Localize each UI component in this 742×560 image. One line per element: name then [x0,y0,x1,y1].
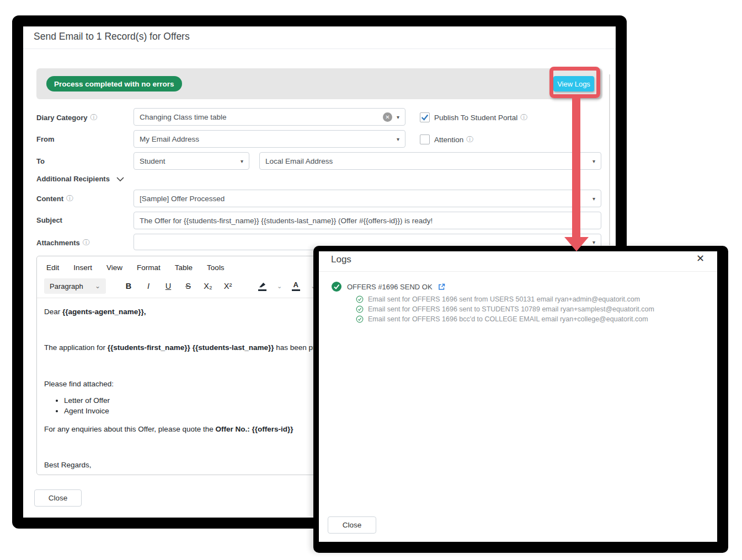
info-icon: ⓘ [520,113,527,122]
content-value: [Sample] Offer Processed [140,195,588,203]
caret-down-icon: ▾ [397,114,399,120]
logs-close-button[interactable]: Close [328,516,376,534]
logs-dialog [313,246,728,553]
close-icon[interactable]: ✕ [696,252,704,265]
caret-down-icon: ▾ [592,239,595,245]
log-detail-text: Email sent for OFFERS 1696 sent to STUDE… [368,305,654,313]
log-detail-row: Email sent for OFFERS 1696 sent from USE… [356,294,654,304]
caret-down-icon: ▾ [592,158,595,164]
clear-selection-icon[interactable]: ✕ [383,112,392,122]
from-value: My Email Address [140,135,392,143]
bold-button[interactable]: B [122,282,135,290]
attention-label: Attention ⓘ [434,135,473,144]
log-entry-title: OFFERS #1696 SEND OK [347,283,433,291]
info-icon: ⓘ [90,113,97,122]
menu-view[interactable]: View [106,263,122,272]
caret-down-icon: ▾ [397,136,399,142]
checkmark-icon [420,113,429,122]
menu-format[interactable]: Format [137,263,161,272]
success-check-outline-icon [356,305,364,313]
annotation-arrow-stem [572,97,580,237]
to-type-select[interactable]: Student ▾ [134,152,249,170]
text-color-bar [292,289,300,291]
highlighter-pen-icon [258,282,266,288]
subject-input[interactable]: The Offer for {{students-first_name}} {{… [134,212,601,229]
to-label-text: To [36,157,45,165]
menu-insert[interactable]: Insert [73,263,92,272]
to-email-select[interactable]: Local Email Address ▾ [259,152,601,170]
menu-table[interactable]: Table [175,263,193,272]
text-color-button[interactable]: A [290,282,302,291]
log-entry: OFFERS #1696 SEND OK [332,282,445,292]
caret-down-icon: ▾ [592,196,595,202]
success-check-outline-icon [356,295,364,303]
info-icon: ⓘ [466,135,473,144]
chevron-down-icon [116,176,125,182]
additional-recipients-label-text: Additional Recipients [36,175,110,183]
italic-button[interactable]: I [142,282,154,290]
agent-name-variable: {{agents-agent_name}}, [62,308,146,316]
diary-category-label-text: Diary Category [36,114,87,122]
log-detail-text: Email sent for OFFERS 1696 sent from USE… [368,295,640,303]
caret-down-icon: ⌄ [95,282,100,290]
greeting-prefix: Dear [44,308,62,316]
to-label: To [36,157,45,165]
success-check-icon [332,282,341,292]
logs-header-divider [319,271,717,272]
log-detail-row: Email sent for OFFERS 1696 bcc'd to COLL… [356,314,654,324]
from-label: From [36,135,55,143]
annotation-arrow-head [564,237,589,251]
view-logs-button[interactable]: View Logs [553,76,594,91]
status-badge: Process completed with no errors [46,76,182,91]
to-type-value: Student [140,157,236,165]
caret-down-icon[interactable]: ⌄ [277,283,282,290]
menu-tools[interactable]: Tools [207,263,225,272]
publish-label-text: Publish To Student Portal [434,114,517,122]
from-select[interactable]: My Email Address ▾ [134,130,405,148]
publish-to-student-portal-label: Publish To Student Portal ⓘ [434,113,527,122]
first-name-variable: {{students-first_name}} [108,343,190,352]
publish-to-student-portal-checkbox[interactable] [420,112,430,122]
offer-number-variable: Offer No.: {{offers-id}} [215,425,293,433]
menu-edit[interactable]: Edit [46,263,59,272]
scrollbar-track[interactable] [609,74,610,245]
log-details: Email sent for OFFERS 1696 sent from USE… [356,294,654,324]
editor-toolbar: B I U S X₂ X² ⌄ A ⌄ Tx [122,278,335,294]
caret-down-icon: ▾ [241,158,243,164]
log-detail-row: Email sent for OFFERS 1696 sent to STUDE… [356,304,654,314]
application-prefix: The application for [44,343,108,352]
to-email-value: Local Email Address [265,157,588,165]
info-icon: ⓘ [66,194,73,203]
subject-value: The Offer for {{students-first_name}} {{… [140,217,595,225]
log-detail-text: Email sent for OFFERS 1696 bcc'd to COLL… [368,315,648,323]
modal-title: Send Email to 1 Record(s) for Offers [34,31,190,42]
logs-title: Logs [331,254,351,265]
text-color-letter: A [293,282,298,288]
modal-close-button[interactable]: Close [34,489,82,507]
header-divider [23,49,616,49]
enquiry-prefix: For any enquiries about this Offer, plea… [44,425,215,433]
from-label-text: From [36,135,55,143]
editor-menubar: Edit Insert View Format Table Tools [46,263,225,272]
subscript-button[interactable]: X₂ [202,282,214,290]
last-name-variable: {{students-last_name}} [193,343,274,352]
attachments-label-text: Attachments [36,239,80,247]
content-select[interactable]: [Sample] Offer Processed ▾ [134,190,601,207]
attachments-label: Attachments ⓘ [36,238,89,247]
superscript-button[interactable]: X² [222,282,234,290]
diary-category-select[interactable]: Changing Class time table ✕ ▾ [134,108,405,126]
content-label-text: Content [36,195,63,203]
diary-category-label: Diary Category ⓘ [36,113,97,122]
external-link-icon[interactable] [438,283,445,290]
attention-label-text: Attention [434,136,463,144]
additional-recipients-toggle[interactable]: Additional Recipients [36,175,125,183]
page: Send Email to 1 Record(s) for Offers Pro… [0,0,742,560]
paragraph-style-value: Paragraph [50,282,83,290]
strikethrough-button[interactable]: S [182,282,194,290]
paragraph-style-dropdown[interactable]: Paragraph ⌄ [44,278,106,294]
subject-label: Subject [36,216,62,224]
info-icon: ⓘ [83,238,90,247]
highlight-color-button[interactable] [256,282,268,291]
attention-checkbox[interactable] [420,134,430,144]
underline-button[interactable]: U [162,282,174,290]
